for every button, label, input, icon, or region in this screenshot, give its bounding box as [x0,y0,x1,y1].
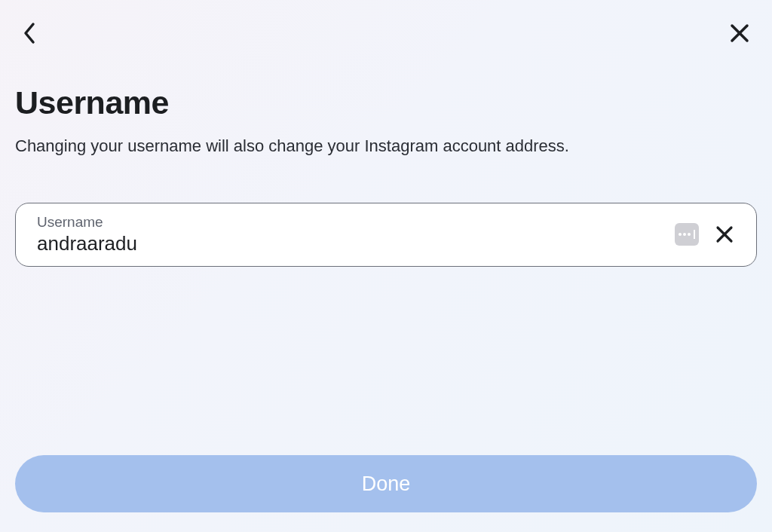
page-subtitle: Changing your username will also change … [15,135,757,157]
username-field-inner: Username [37,214,663,255]
clear-input-button[interactable] [711,221,738,248]
username-edit-screen: Username Changing your username will als… [0,0,772,532]
done-button[interactable]: Done [15,455,757,512]
close-button[interactable] [725,19,754,47]
username-field-container[interactable]: Username [15,203,757,267]
chevron-left-icon [21,21,38,45]
password-manager-icon[interactable] [675,223,699,246]
close-icon [728,22,751,44]
page-title: Username [15,84,757,121]
spacer [15,267,757,455]
back-button[interactable] [18,18,41,48]
username-field-label: Username [37,214,663,231]
username-input[interactable] [37,232,663,255]
top-bar [15,18,757,48]
close-icon [714,224,735,245]
